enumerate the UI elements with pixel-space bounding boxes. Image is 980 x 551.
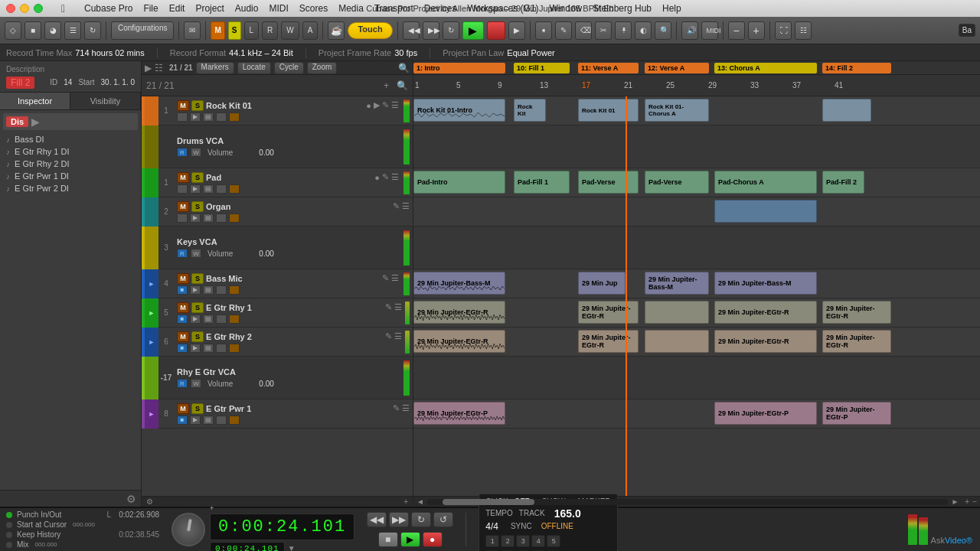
clip-bass-4[interactable]: 29 Min Jupiter-Bass-M <box>714 272 817 295</box>
jog-wheel[interactable] <box>172 513 205 546</box>
egtr1-mini-1[interactable]: ■ <box>177 315 188 324</box>
loop-icon[interactable]: ↻ <box>443 21 459 40</box>
menu-devices[interactable]: Devices <box>424 3 457 14</box>
egtpwr1-mini-1[interactable]: ■ <box>177 416 188 425</box>
touch-mode-icon[interactable]: ☕ <box>328 21 345 40</box>
scroll-right-btn[interactable]: ► <box>951 497 959 506</box>
track-list-plus-icon[interactable]: + <box>403 497 408 506</box>
menu-edit[interactable]: Edit <box>169 3 185 14</box>
clip-bass-3[interactable]: 29 Min Jupiter-Bass-M <box>645 272 709 295</box>
arrange-track-egtr2[interactable]: 29 Min Jupiter-EGtr-R 29 Min Jupiter-EGt… <box>413 328 980 357</box>
track-solo-bass[interactable]: S <box>191 273 204 284</box>
egtpwr1-mini-4[interactable] <box>216 416 227 425</box>
edit-egtr1[interactable]: ✎ <box>385 302 392 312</box>
clip-pad-chorus[interactable]: Pad-Chorus A <box>714 171 817 194</box>
inspector-item-bassdi[interactable]: ♪ Bass DI <box>3 133 138 145</box>
marker-3[interactable]: 3 <box>516 535 530 547</box>
mixer-egtpwr1[interactable]: ☰ <box>402 403 410 413</box>
menu-steinberg[interactable]: Steinberg Hub <box>593 3 652 14</box>
clip-bass-2[interactable]: 29 Min Jup <box>578 272 626 295</box>
fast-forward-button[interactable]: ▶▶ <box>389 512 409 527</box>
s-button[interactable]: S <box>228 21 241 40</box>
mixer-egtr2[interactable]: ☰ <box>394 331 402 341</box>
edit-icon[interactable]: ✎ <box>382 100 389 110</box>
markers-button[interactable]: Markers <box>196 62 234 74</box>
toolbar-icon-3[interactable]: ◕ <box>44 21 61 40</box>
search-icon[interactable]: 🔍 <box>398 63 410 73</box>
maximize-button[interactable] <box>34 4 43 13</box>
settings-icon[interactable]: ⚙ <box>126 493 136 505</box>
bass-mini-1[interactable]: ■ <box>177 285 188 295</box>
bass-mini-2[interactable]: ▶ <box>190 285 201 295</box>
inspector-item-egtr2[interactable]: ♪ E Gtr Rhy 2 DI <box>3 158 138 170</box>
toolbar-icon-1[interactable]: ◇ <box>5 21 21 40</box>
clip-egtr1-3[interactable] <box>645 301 709 324</box>
mixer-bass[interactable]: ☰ <box>391 273 399 283</box>
clip-rockkit-intro[interactable]: Rock Kit 01-Intro <box>413 99 505 122</box>
rhy-vca-r[interactable]: R <box>177 379 188 388</box>
tab-inspector[interactable]: Inspector <box>0 93 70 109</box>
track-r-btn[interactable]: R <box>177 148 188 157</box>
keys-vca-r[interactable]: R <box>177 249 188 258</box>
eraser-tool[interactable]: ⌫ <box>575 21 592 40</box>
marker-4[interactable]: 4 <box>531 535 545 547</box>
zoom-tool[interactable]: 🔍 <box>655 21 671 40</box>
egtr2-mini-2[interactable]: ▶ <box>190 344 201 353</box>
clip-organ[interactable] <box>714 200 817 223</box>
pad-mini-5[interactable] <box>229 184 240 194</box>
sig-value[interactable]: 4/4 <box>485 521 498 532</box>
egtr2-mini-3[interactable]: ▤ <box>203 344 214 353</box>
egtpwr1-mini-3[interactable]: ▤ <box>203 416 214 425</box>
egtpwr1-mini-5[interactable] <box>229 416 240 425</box>
mute-tool[interactable]: ◐ <box>635 21 652 40</box>
track-mute-pad[interactable]: M <box>177 172 189 183</box>
toolbar-icon-4[interactable]: ☰ <box>64 21 81 40</box>
egtr1-mini-4[interactable] <box>216 315 227 324</box>
track-mute-bass[interactable]: M <box>177 273 189 284</box>
section-intro[interactable]: 1: Intro <box>413 63 505 73</box>
pad-mini-3[interactable]: ▤ <box>203 184 214 194</box>
zoom-minus[interactable]: − <box>728 21 745 40</box>
zoom-plus[interactable]: + <box>748 21 765 40</box>
marker-triangle[interactable]: ▶ <box>145 63 152 73</box>
mixer-pad[interactable]: ☰ <box>391 172 399 182</box>
organ-mini-2[interactable]: ▶ <box>190 214 201 223</box>
edit-egtr2[interactable]: ✎ <box>385 331 392 341</box>
arrange-track-rhy-vca[interactable] <box>413 357 980 399</box>
cycle-button[interactable]: ↻ <box>411 512 431 527</box>
clip-pad-verse1[interactable]: Pad-Verse <box>578 171 639 194</box>
add-track-icon[interactable]: + <box>384 80 389 91</box>
clip-rockkit-1[interactable]: Rock Kit <box>514 99 546 122</box>
marker-2[interactable]: 2 <box>501 535 514 547</box>
l-button[interactable]: L <box>244 21 260 40</box>
mixer-organ[interactable]: ☰ <box>402 201 410 211</box>
arrange-track-egtr1[interactable]: 29 Min Jupiter-EGtr-R 29 Min Jupiter-EGt… <box>413 298 980 328</box>
section-fill2[interactable]: 14: Fill 2 <box>822 63 891 73</box>
arrange-track-keys-vca[interactable] <box>413 227 980 269</box>
clip-pad-fill2[interactable]: Pad-Fill 2 <box>822 171 864 194</box>
pad-mini-1[interactable] <box>177 184 188 194</box>
bass-mini-3[interactable]: ▤ <box>203 285 214 295</box>
play-main-button[interactable]: ▶ <box>400 532 420 547</box>
record-main-button[interactable]: ● <box>423 532 443 547</box>
egtr2-mini-5[interactable] <box>229 344 240 353</box>
toolbar-icon-5[interactable]: ↻ <box>84 21 101 40</box>
start-at-cursor-label[interactable]: Start at Cursor <box>17 520 67 529</box>
clip-egtr1-1[interactable]: 29 Min Jupiter-EGtr-R <box>413 301 505 324</box>
inspector-item-egtpwr1[interactable]: ♪ E Gtr Pwr 1 DI <box>3 170 138 182</box>
clip-egtr1-5[interactable]: 29 Min Jupiter-EGtr-R <box>822 301 891 324</box>
speaker-icon[interactable]: 🔊 <box>681 21 698 40</box>
track-mute-button[interactable]: M <box>177 100 189 111</box>
stop-button[interactable]: ■ <box>378 532 398 547</box>
clip-rockkit-2[interactable]: Rock Kit 01 <box>578 99 639 122</box>
edit-bass[interactable]: ✎ <box>382 273 389 283</box>
touch-button[interactable]: Touch <box>348 22 392 39</box>
arrow-tool[interactable]: ➧ <box>535 21 552 40</box>
tab-visibility[interactable]: Visibility <box>70 93 141 109</box>
midi-icon[interactable]: MIDI <box>701 21 718 40</box>
menu-window[interactable]: Window <box>550 3 583 14</box>
bass-mini-4[interactable] <box>216 285 227 295</box>
track-solo-egtr2[interactable]: S <box>191 331 204 342</box>
tempo-value[interactable]: 165.0 <box>554 507 581 520</box>
record-arm-icon[interactable]: ● <box>366 101 371 110</box>
